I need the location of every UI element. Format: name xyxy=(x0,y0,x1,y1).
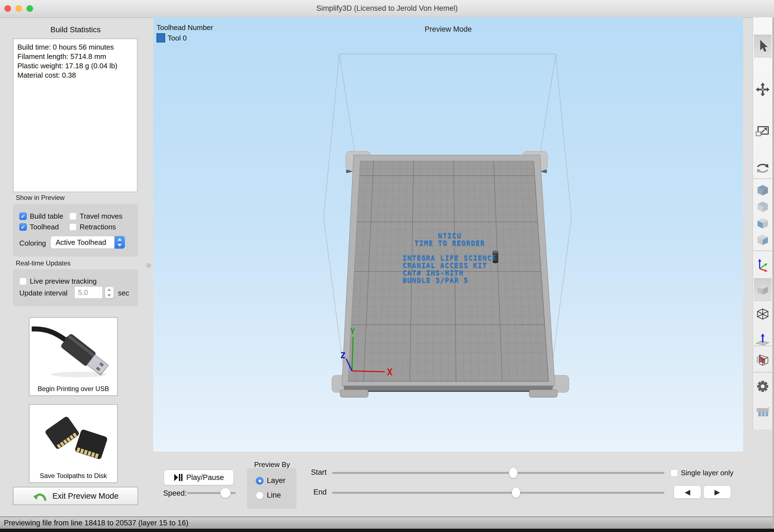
preview-3d-viewport[interactable]: YXZ Toolhead Number Tool 0 Preview Mode … xyxy=(153,17,743,452)
printed-text-preview: NTICUTIME TO REORDERINTEGRA LIFE SCIENCE… xyxy=(402,232,497,284)
start-slider-track[interactable] xyxy=(332,472,664,474)
move-tool-button[interactable] xyxy=(754,78,772,101)
checkbox-retractions[interactable] xyxy=(69,223,77,231)
svg-text:Y: Y xyxy=(350,326,355,336)
next-arrow-icon: ▶ xyxy=(715,488,720,496)
printed-text-line: CAT# INS-HITH xyxy=(402,269,497,276)
dropdown-chevrons-icon xyxy=(114,236,125,249)
printed-text-line xyxy=(402,247,497,254)
coordinate-axes-button[interactable] xyxy=(754,254,772,276)
view-cube-right-button[interactable] xyxy=(754,232,772,248)
window-bottom-edge xyxy=(0,529,774,532)
view-toolbar xyxy=(753,17,772,430)
scale-icon xyxy=(755,123,770,138)
view-cube-left-button[interactable] xyxy=(754,216,772,232)
play-pause-icon xyxy=(174,473,182,482)
checkbox-build-table[interactable]: ✓ xyxy=(19,213,27,220)
begin-printing-over-usb-button[interactable]: Begin Printing over USB xyxy=(29,317,118,396)
start-slider-handle[interactable] xyxy=(509,467,518,478)
speed-slider-handle[interactable] xyxy=(220,488,231,498)
speed-label: Speed: xyxy=(163,489,187,498)
stats-line: Plastic weight: 17.18 g (0.04 lb) xyxy=(17,61,137,70)
show-in-preview-label: Show in Preview xyxy=(16,194,64,202)
live-preview-tracking-checkbox[interactable] xyxy=(19,278,27,285)
solid-model-view-button[interactable] xyxy=(754,278,772,301)
back-arrow-icon xyxy=(32,490,47,502)
exit-button-label: Exit Preview Mode xyxy=(52,492,118,501)
solid-cube-icon xyxy=(755,283,770,297)
update-interval-stepper[interactable] xyxy=(105,287,113,298)
printed-text-line: INTEGRA LIFE SCIENCE xyxy=(402,254,497,262)
checkbox-travel-moves[interactable] xyxy=(69,213,77,220)
start-slider-label: Start xyxy=(285,468,327,477)
checkbox-label: Retractions xyxy=(80,223,116,231)
xyz-axes-icon xyxy=(755,258,770,273)
preview-by-label: Preview By xyxy=(248,460,297,469)
single-layer-only-label: Single layer only xyxy=(681,469,734,477)
toolbar-separator xyxy=(754,346,772,346)
play-pause-button[interactable]: Play/Pause xyxy=(164,470,234,485)
usb-plug-image xyxy=(32,319,115,381)
save-toolpaths-to-disk-button[interactable]: Save Toolpaths to Disk xyxy=(29,404,118,483)
disk-button-label: Save Toolpaths to Disk xyxy=(29,472,117,480)
sd-cards-image xyxy=(32,406,115,468)
rotate-icon xyxy=(755,161,770,176)
checkbox-label: Build table xyxy=(30,212,63,221)
layer-normal-button[interactable] xyxy=(754,329,772,351)
machine-control-button[interactable] xyxy=(754,401,772,423)
previous-arrow-icon: ◀ xyxy=(685,488,690,496)
window-title: Simplify3D (Licensed to Jerold Von Hemel… xyxy=(0,4,774,13)
preview-by-layer-radio[interactable] xyxy=(256,477,264,485)
live-preview-tracking-label: Live preview tracking xyxy=(30,277,97,286)
rotate-tool-button[interactable] xyxy=(754,157,772,179)
cube-front-view-icon xyxy=(755,200,770,214)
build-statistics-title: Build Statistics xyxy=(6,25,145,34)
cube-top-view-icon xyxy=(755,183,770,198)
checkbox-toolhead[interactable]: ✓ xyxy=(19,223,27,231)
coloring-label: Coloring xyxy=(19,239,46,248)
cursor-icon xyxy=(755,39,770,53)
next-layer-button[interactable]: ▶ xyxy=(703,485,731,499)
scale-tool-button[interactable] xyxy=(754,120,772,142)
checkbox-label: Travel moves xyxy=(80,212,122,221)
cursor-tool-button[interactable] xyxy=(754,35,772,57)
cross-section-button[interactable] xyxy=(754,349,772,371)
realtime-updates-label: Real-time Updates xyxy=(16,259,71,267)
printed-text-line: BUNDLE 3/PAR 5 xyxy=(402,276,497,284)
gear-icon xyxy=(755,379,770,394)
toolbar-separator xyxy=(754,251,772,251)
surface-normal-icon xyxy=(755,332,770,347)
move-icon xyxy=(755,82,770,97)
update-interval-unit-label: sec xyxy=(118,289,129,297)
status-bar: Previewing file from line 18418 to 20537… xyxy=(0,517,774,529)
window-right-edge xyxy=(772,17,774,529)
end-slider-label: End xyxy=(285,488,327,496)
cube-left-view-icon xyxy=(755,216,770,231)
svg-text:X: X xyxy=(387,367,393,378)
exit-preview-mode-button[interactable]: Exit Preview Mode xyxy=(13,487,138,505)
preview-mode-title: Preview Mode xyxy=(153,25,743,34)
view-cube-front-button[interactable] xyxy=(754,199,772,215)
printed-text-line: NTICU xyxy=(402,232,497,239)
view-cube-top-button[interactable] xyxy=(754,183,772,199)
stats-line: Material cost: 0.38 xyxy=(17,70,137,80)
titlebar: Simplify3D (Licensed to Jerold Von Hemel… xyxy=(0,0,774,18)
coloring-dropdown[interactable]: Active Toolhead xyxy=(50,236,125,249)
show-in-preview-checkboxes: ✓Build tableTravel moves✓ToolheadRetract… xyxy=(19,211,135,232)
panel-splitter-handle[interactable] xyxy=(146,263,151,268)
settings-button[interactable] xyxy=(754,375,772,397)
wireframe-view-button[interactable] xyxy=(754,304,772,326)
status-text: Previewing file from line 18418 to 20537… xyxy=(4,519,188,527)
tool0-legend-label: Tool 0 xyxy=(167,34,186,42)
stats-line: Build time: 0 hours 56 minutes xyxy=(17,42,137,52)
end-slider-track[interactable] xyxy=(332,492,664,494)
cube-right-view-icon xyxy=(755,233,770,247)
printed-text-line: TIME TO REORDER xyxy=(402,239,497,247)
update-interval-input[interactable]: 5.0 xyxy=(74,286,102,298)
single-layer-only-checkbox[interactable] xyxy=(670,469,678,477)
previous-layer-button[interactable]: ◀ xyxy=(674,485,701,499)
preview-by-line-radio[interactable] xyxy=(256,492,264,499)
cross-section-icon xyxy=(755,353,770,368)
stats-line: Filament length: 5714.8 mm xyxy=(17,52,137,61)
end-slider-handle[interactable] xyxy=(511,487,520,498)
